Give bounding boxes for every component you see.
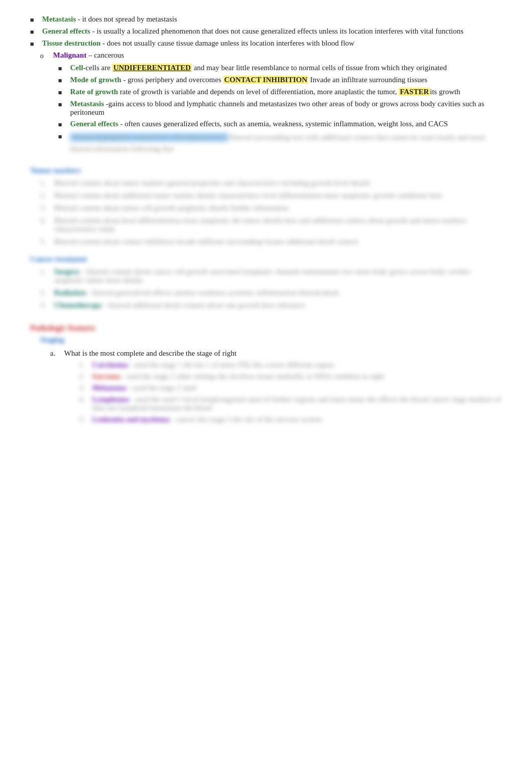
list-item-rate-growth: ■ Rate of growth rate of growth is varia… [58,88,502,97]
list-item: 4. Blurred content about level different… [40,216,502,233]
sub-list: 1. Carcinoma - used the stage 1 the list… [64,361,502,424]
sub-num: 5. [79,415,88,424]
list-item-metastasis: ■ Metastasis -gains access to blood and … [58,100,502,117]
section1-list: 1. Blurred content about tumor markers g… [30,179,502,246]
item-text: Metastasis - it does not spread by metas… [42,15,177,24]
sub-item-1: 1. Carcinoma - used the stage 1 the list… [79,361,502,369]
bullet-icon: ■ [58,77,65,85]
label-general-effects: General effects [42,27,90,35]
sub-text: Lymphoma - used the used 1 local lymph/r… [92,395,502,412]
item-body: - it does not spread by metastasis [76,15,177,23]
list-item: ■ General effects - is usually a localiz… [30,27,502,36]
list-text: Blurred content about level differentiat… [54,216,502,233]
outer-bullet-list: o Malignant – cancerous ■ Cell-cells are… [30,51,502,157]
list-item-general-effects: ■ General effects - often causes general… [58,120,502,129]
metastasis-label: Metastasis [70,100,104,108]
bottom-subheader-blurred: Staging [40,336,502,344]
o-bullet-icon: o [40,52,48,60]
list-item: 2. Blurred content about additional tumo… [40,191,502,200]
bullet-icon: ■ [58,65,65,73]
cell-text: Cell-cells are UNDIFFERENTIATED and may … [70,64,447,72]
list-text: Blurred content about tumor markers gene… [54,179,370,187]
list-item-cell: ■ Cell-cells are UNDIFFERENTIATED and ma… [58,64,502,73]
sub-num: 2. [79,372,88,381]
list-item-blurred: ■ blurred highlighted content here with … [58,132,502,154]
mode-text: Mode of growth - gross periphery and ove… [70,76,427,84]
sub-text: Leukemia and myeloma - cancer this stage… [92,415,322,424]
list-text: Blurred content about additional tumor m… [54,191,442,200]
rate-text: Rate of growth rate of growth is variabl… [70,88,460,96]
list-item-mode-growth: ■ Mode of growth - gross periphery and o… [58,76,502,85]
undifferentiated-highlight: UNDIFFERENTIATED [112,64,192,72]
item-body: - is usually a localized phenomenon that… [90,27,463,35]
rate-after: its growth [430,88,460,96]
malignant-inner-list: ■ Cell-cells are UNDIFFERENTIATED and ma… [53,64,502,154]
cell-after: and may bear little resemblance to norma… [192,64,447,72]
contact-inhibition-highlight: CONTACT INHIBITION [223,76,309,84]
mode-after: Invade an infiltrate surrounding tissues [308,76,427,84]
sub-num: 1. [79,361,88,369]
list-text: Blurred content about contact inhibition… [54,237,359,246]
section2-header: Cancer treatment [30,255,87,264]
item-text: Tissue destruction - does not usually ca… [42,39,354,48]
sub-item-3: 3. Melanoma - used the stage 2 used [79,384,502,392]
list-text: Radiation - blurred generalized effects … [54,289,339,297]
malignant-section: o Malignant – cancerous ■ Cell-cells are… [30,51,502,157]
list-num: 5. [40,237,50,246]
label-tissue-destruction: Tissue destruction [42,39,101,47]
list-item: ■ Tissue destruction - does not usually … [30,39,502,48]
general-effects-label: General effects [70,120,118,128]
list-text: Surgery - blurred content about cancer c… [54,268,502,285]
list-num: 2. [40,191,50,200]
rate-before: rate of growth is variable and depends o… [118,88,399,96]
benign-bullet-list: ■ Metastasis - it does not spread by met… [30,15,502,48]
list-item: 1. Surgery - blurred content about cance… [40,268,502,285]
item-body: - does not usually cause tissue damage u… [101,39,355,47]
list-num: 3. [40,204,50,212]
malignant-item: o Malignant – cancerous ■ Cell-cells are… [40,51,502,157]
list-num: 2. [40,289,50,297]
list-text: Blurred content about tumor cell growth … [54,204,289,212]
list-item: 3. Blurred content about tumor cell grow… [40,204,502,212]
list-item: 2. Radiation - blurred generalized effec… [40,289,502,297]
sub-text: Melanoma - used the stage 2 used [92,384,196,392]
list-text: Chemotherapy - blurred additional detail… [54,301,306,310]
mode-label: Mode of growth [70,76,121,84]
sub-text: Sarcoma - used the stage 2 other setting… [92,372,384,381]
list-item: 3. Chemotherapy - blurred additional det… [40,301,502,310]
bottom-intro: What is the most complete and describe t… [64,349,236,357]
rate-label: Rate of growth [70,88,118,96]
sub-text: Carcinoma - used the stage 1 the list 1 … [92,361,334,369]
list-num: 1. [40,179,50,187]
benign-section: ■ Metastasis - it does not spread by met… [30,15,502,48]
general-effects-body: - often causes generalized effects, such… [118,120,448,128]
sub-item-5: 5. Leukemia and myeloma - cancer this st… [79,415,502,424]
list-num: 1. [40,268,50,276]
bullet-icon: ■ [58,133,65,141]
bullet-icon: ■ [58,89,65,97]
sub-num: 4. [79,395,88,404]
blurred-section-2: Cancer treatment 1. Surgery - blurred co… [30,255,502,310]
sub-item-2: 2. Sarcoma - used the stage 2 other sett… [79,372,502,381]
blurred-section-1: Tumor markers 1. Blurred content about t… [30,166,502,246]
malignant-label: Malignant [53,51,87,59]
list-item: ■ Metastasis - it does not spread by met… [30,15,502,24]
section2-list: 1. Surgery - blurred content about cance… [30,268,502,310]
section1-header: Tumor markers [30,166,81,175]
bottom-item-content: What is the most complete and describe t… [64,349,502,427]
bottom-list: a. What is the most complete and describ… [30,349,502,427]
blurred-content: blurred highlighted content here with im… [70,132,502,154]
bullet-icon: ■ [30,40,37,48]
malignant-content: Malignant – cancerous ■ Cell-cells are U… [53,51,502,157]
metastasis-body: -gains access to blood and lymphatic cha… [70,100,484,116]
bottom-header-blurred: Pathologic features [30,324,502,333]
bullet-icon: ■ [58,101,65,109]
bullet-icon: ■ [30,16,37,24]
sub-item-4: 4. Lymphoma - used the used 1 local lymp… [79,395,502,412]
list-item: 5. Blurred content about contact inhibit… [40,237,502,246]
bottom-section: Pathologic features Staging a. What is t… [30,324,502,427]
list-num: a. [50,349,60,358]
bullet-icon: ■ [58,121,65,129]
faster-highlight: FASTER [399,88,430,96]
metastasis-text: Metastasis -gains access to blood and ly… [70,100,502,117]
